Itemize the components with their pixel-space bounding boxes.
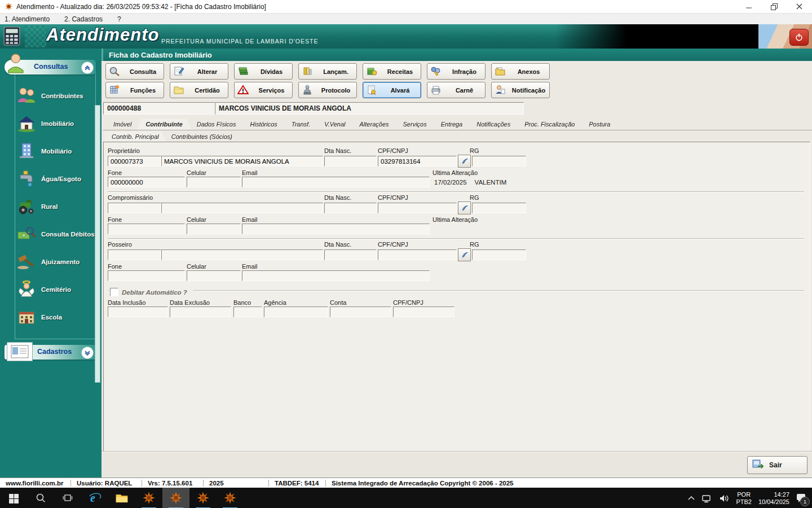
posseiro-celular-input[interactable] — [187, 270, 241, 281]
clock[interactable]: 14:27 10/04/2025 — [758, 491, 789, 506]
notificacao-button[interactable]: Notificação — [491, 82, 550, 98]
alterar-button[interactable]: Alterar — [170, 63, 228, 80]
lancamentos-button[interactable]: Lançam. — [298, 63, 357, 80]
proprietario-rg-input[interactable] — [472, 156, 526, 167]
menu-cadastros[interactable]: 2. Cadastros — [64, 15, 103, 23]
posseiro-cpf-input[interactable] — [378, 249, 457, 260]
cpf-lookup-button[interactable] — [458, 155, 471, 168]
compromissario-codigo-input[interactable] — [108, 203, 161, 213]
tray-chevron-up-icon[interactable] — [687, 495, 695, 502]
debito-cpf-input[interactable] — [393, 306, 454, 317]
tab-imovel[interactable]: Imóvel — [104, 119, 140, 130]
compromissario-cpf-input[interactable] — [378, 203, 457, 213]
sidebar-item-contribuintes[interactable]: Contribuintes — [15, 82, 95, 110]
sidebar-group-consultas[interactable]: Consultas — [5, 60, 96, 75]
task-view-button[interactable] — [54, 488, 81, 508]
proprietario-nome-input[interactable] — [161, 156, 323, 167]
sidebar-group-cadastros[interactable]: Cadastros — [5, 345, 96, 360]
menu-help[interactable]: ? — [117, 15, 121, 23]
fiorilli-app-4-button[interactable] — [217, 488, 244, 508]
tab-postura[interactable]: Postura — [580, 119, 619, 130]
tab-servicos[interactable]: Serviços — [394, 119, 436, 130]
tab-entrega[interactable]: Entrega — [432, 119, 472, 130]
minimize-button[interactable] — [736, 0, 761, 13]
subtab-contrib-principal[interactable]: Contrib. Principal — [104, 132, 166, 142]
posseiro-email-input[interactable] — [242, 270, 430, 281]
sidebar-item-agua-esgoto[interactable]: Água/Esgoto — [15, 165, 95, 192]
debito-banco-input[interactable] — [233, 306, 262, 317]
start-button[interactable] — [0, 488, 27, 508]
compromissario-celular-input[interactable] — [187, 224, 241, 234]
posseiro-fone-input[interactable] — [108, 270, 185, 281]
proprietario-codigo-input[interactable] — [108, 156, 161, 167]
cpf-lookup-button[interactable] — [458, 248, 471, 261]
language-indicator[interactable]: POR PTB2 — [736, 491, 752, 506]
protocolo-button[interactable]: Protocolo — [298, 82, 357, 98]
posseiro-dtanasc-input[interactable] — [324, 249, 377, 260]
compromissario-rg-input[interactable] — [472, 203, 526, 213]
receitas-button[interactable]: Receitas — [363, 63, 421, 80]
consulta-button[interactable]: Consulta — [105, 63, 164, 80]
alvara-button[interactable]: Alvará — [363, 82, 421, 98]
speaker-icon[interactable] — [719, 494, 729, 503]
carne-button[interactable]: Carnê — [427, 82, 486, 98]
file-explorer-button[interactable] — [108, 488, 135, 508]
anexos-button[interactable]: Anexos — [491, 63, 550, 80]
tab-notificacoes[interactable]: Notificações — [467, 119, 519, 130]
funcoes-button[interactable]: Funções — [105, 82, 164, 98]
restore-button[interactable] — [761, 0, 787, 13]
posseiro-rg-input[interactable] — [472, 249, 526, 260]
record-code-field[interactable]: 000000488 — [103, 102, 215, 115]
servicos-button[interactable]: Serviços — [234, 82, 293, 98]
tab-dados-fisicos[interactable]: Dados Físicos — [188, 119, 245, 130]
subtab-contribuintes-socios[interactable]: Contribuintes (Sócios) — [164, 132, 240, 142]
posseiro-nome-input[interactable] — [161, 249, 323, 260]
proprietario-email-input[interactable] — [242, 177, 430, 187]
debito-data-inclusao-input[interactable] — [108, 306, 168, 317]
tab-transf[interactable]: Transf. — [283, 119, 319, 130]
sidebar-item-mobiliario[interactable]: Mobiliário — [15, 137, 95, 165]
compromissario-nome-input[interactable] — [161, 203, 323, 213]
tab-alteracoes[interactable]: Alterações — [351, 119, 398, 130]
sidebar-item-escola[interactable]: Escola — [15, 303, 95, 331]
proprietario-dtanasc-input[interactable] — [324, 156, 377, 167]
infracao-button[interactable]: Infração — [427, 63, 486, 80]
fiorilli-app-1-button[interactable] — [135, 488, 162, 508]
sidebar-item-rural[interactable]: Rural — [15, 192, 95, 220]
compromissario-email-input[interactable] — [242, 224, 430, 234]
sidebar-item-consulta-debitos[interactable]: Consulta Débitos — [15, 220, 95, 248]
close-button[interactable] — [787, 0, 812, 13]
sidebar-item-imobiliario[interactable]: Imobiliário — [15, 110, 95, 137]
internet-explorer-button[interactable]: e — [81, 488, 108, 508]
debito-data-exclusao-input[interactable] — [170, 306, 231, 317]
sair-button[interactable]: Sair — [747, 456, 807, 474]
tab-historicos[interactable]: Históricos — [241, 119, 286, 130]
debito-conta-input[interactable] — [330, 306, 391, 317]
sidebar-item-cemiterio[interactable]: Cemitério — [15, 275, 95, 303]
sidebar-item-ajuizamento[interactable]: Ajuizamento — [15, 248, 95, 275]
certidao-button[interactable]: Certidão — [170, 82, 228, 98]
notification-center-icon[interactable]: 1 — [796, 493, 806, 504]
cpf-lookup-button[interactable] — [458, 202, 471, 214]
fiorilli-app-3-button[interactable] — [189, 488, 217, 508]
taskbar-search-button[interactable] — [27, 488, 54, 508]
record-name-field[interactable]: MARCOS VINICIUS DE MORAIS ANGOLA — [215, 102, 524, 115]
proprietario-fone-input[interactable] — [108, 177, 185, 187]
chevron-up-icon[interactable] — [81, 62, 94, 74]
tab-contribuinte[interactable]: Contribuinte — [136, 119, 191, 130]
compromissario-fone-input[interactable] — [108, 224, 185, 234]
compromissario-dtanasc-input[interactable] — [324, 203, 377, 213]
sidebar-scrollbar[interactable] — [95, 105, 100, 383]
proprietario-celular-input[interactable] — [187, 177, 241, 187]
debito-agencia-input[interactable] — [264, 306, 328, 317]
power-button[interactable] — [789, 29, 809, 46]
network-icon[interactable] — [702, 494, 712, 503]
fiorilli-app-2-button[interactable] — [162, 488, 189, 508]
debitar-automatico-checkbox[interactable] — [110, 288, 118, 296]
status-website[interactable]: www.fiorilli.com.br — [0, 480, 70, 487]
proprietario-cpf-input[interactable] — [378, 156, 457, 167]
tab-proc-fiscalizacao[interactable]: Proc. Fiscalização — [515, 119, 584, 130]
tab-vvenal[interactable]: V.Venal — [315, 119, 354, 130]
menu-atendimento[interactable]: 1. Atendimento — [5, 15, 50, 23]
posseiro-codigo-input[interactable] — [108, 249, 161, 260]
